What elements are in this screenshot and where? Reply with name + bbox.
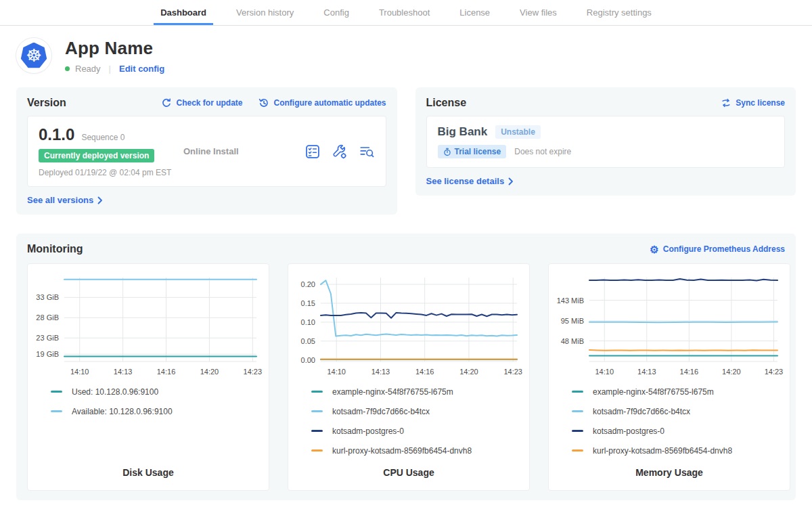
svg-text:0.00: 0.00	[301, 356, 315, 364]
svg-text:14:10: 14:10	[327, 368, 346, 376]
legend-dash-icon	[311, 410, 323, 412]
kubernetes-icon: ☸	[20, 43, 47, 69]
configure-prometheus-link[interactable]: ⚙ Configure Prometheus Address	[650, 244, 785, 255]
svg-text:48 MiB: 48 MiB	[561, 337, 584, 345]
legend-label: kotsadm-7f9dc7d66c-b4tcx	[332, 407, 430, 416]
legend-label: example-nginx-54f8f76755-l675m	[593, 387, 714, 397]
legend-label: kotsadm-postgres-0	[332, 426, 404, 436]
legend-item: kurl-proxy-kotsadm-8569fb6454-dnvh8	[311, 441, 524, 460]
svg-text:14:16: 14:16	[157, 368, 176, 376]
svg-text:14:20: 14:20	[200, 368, 219, 376]
legend-dash-icon	[572, 410, 583, 412]
license-summary: Big Bank Unstable Trial license Does not…	[426, 116, 786, 168]
legend-label: example-nginx-54f8f76755-l675m	[332, 387, 453, 397]
app-logo: ☸	[16, 38, 51, 73]
tab-troubleshoot[interactable]: Troubleshoot	[372, 0, 436, 25]
sync-license-link[interactable]: Sync license	[721, 97, 785, 108]
status-dot-icon	[65, 66, 70, 71]
tab-version-history[interactable]: Version history	[229, 0, 300, 25]
svg-text:14:16: 14:16	[680, 368, 699, 376]
svg-text:14:20: 14:20	[722, 368, 741, 376]
tab-registry-settings[interactable]: Registry settings	[580, 0, 658, 25]
legend-label: kotsadm-7f9dc7d66c-b4tcx	[593, 407, 690, 416]
view-logs-icon[interactable]	[359, 144, 375, 160]
chart-card-disk-usage: 14:1014:1314:1614:2014:2319 GiB23 GiB28 …	[27, 263, 269, 491]
app-header: ☸ App Name Ready | Edit config	[0, 26, 812, 79]
memory-usage-legend: example-nginx-54f8f76755-l675mkotsadm-7f…	[554, 382, 784, 460]
chevron-right-icon	[97, 196, 103, 204]
license-type-badge: Trial license	[438, 145, 507, 158]
deployed-badge: Currently deployed version	[39, 149, 154, 162]
deployed-timestamp: Deployed 01/19/22 @ 02:04 pm EST	[39, 168, 183, 177]
version-card: Version Check for update Configure au	[16, 87, 397, 215]
status-label: Ready	[75, 64, 101, 74]
sequence-label: Sequence 0	[81, 133, 125, 142]
customer-name: Big Bank	[438, 125, 488, 139]
schedule-update-icon	[258, 97, 269, 108]
cpu-usage-legend: example-nginx-54f8f76755-l675mkotsadm-7f…	[294, 382, 524, 460]
legend-item: kotsadm-7f9dc7d66c-b4tcx	[572, 401, 784, 421]
chart-title: CPU Usage	[294, 467, 524, 478]
legend-item: kotsadm-7f9dc7d66c-b4tcx	[311, 401, 524, 421]
chevron-right-icon	[508, 177, 514, 185]
stopwatch-icon	[443, 148, 451, 156]
svg-text:14:10: 14:10	[595, 368, 614, 376]
svg-text:28 GiB: 28 GiB	[36, 313, 59, 322]
monitoring-title: Monitoring	[27, 243, 83, 255]
tab-view-files[interactable]: View files	[513, 0, 564, 25]
legend-item: Available: 10.128.0.96:9100	[51, 401, 263, 421]
svg-text:14:20: 14:20	[459, 368, 478, 376]
tab-license[interactable]: License	[453, 0, 497, 25]
see-all-versions-link[interactable]: See all versions	[27, 195, 103, 205]
legend-label: kotsadm-postgres-0	[593, 426, 664, 436]
tab-dashboard[interactable]: Dashboard	[154, 0, 213, 25]
legend-dash-icon	[572, 391, 583, 393]
svg-text:19 GiB: 19 GiB	[36, 350, 59, 358]
svg-text:33 GiB: 33 GiB	[36, 293, 59, 301]
legend-dash-icon	[311, 391, 323, 393]
svg-text:14:23: 14:23	[503, 368, 522, 376]
legend-label: Available: 10.128.0.96:9100	[72, 407, 173, 416]
svg-text:143 MiB: 143 MiB	[557, 297, 584, 305]
legend-dash-icon	[311, 430, 323, 432]
chart-title: Disk Usage	[33, 467, 263, 478]
memory-usage-chart: 14:1014:1314:1614:2014:2348 MiB95 MiB143…	[554, 272, 784, 379]
legend-dash-icon	[572, 449, 583, 452]
chart-title: Memory Usage	[554, 467, 784, 478]
svg-text:14:13: 14:13	[371, 368, 390, 376]
check-for-update-link[interactable]: Check for update	[161, 97, 242, 108]
current-version-row: 0.1.0 Sequence 0 Currently deployed vers…	[27, 116, 386, 187]
svg-text:23 GiB: 23 GiB	[36, 334, 59, 342]
preflight-checks-icon[interactable]	[304, 144, 321, 160]
sync-icon	[721, 97, 731, 108]
expiry-label: Does not expire	[514, 147, 571, 156]
license-card-title: License	[426, 97, 467, 109]
legend-dash-icon	[51, 410, 62, 412]
svg-text:14:10: 14:10	[70, 368, 89, 376]
svg-text:14:23: 14:23	[765, 368, 784, 376]
top-nav: Dashboard Version history Config Trouble…	[0, 0, 812, 26]
legend-dash-icon	[51, 391, 62, 393]
gear-icon: ⚙	[650, 244, 658, 255]
legend-label: kurl-proxy-kotsadm-8569fb6454-dnvh8	[332, 446, 472, 456]
chart-card-memory-usage: 14:1014:1314:1614:2014:2348 MiB95 MiB143…	[548, 263, 790, 491]
config-values-icon[interactable]	[332, 144, 348, 160]
legend-item: kotsadm-postgres-0	[311, 421, 524, 441]
install-type-label: Online Install	[183, 146, 304, 156]
svg-text:0.05: 0.05	[301, 337, 315, 345]
legend-label: kurl-proxy-kotsadm-8569fb6454-dnvh8	[593, 446, 732, 456]
disk-usage-legend: Used: 10.128.0.96:9100Available: 10.128.…	[33, 382, 263, 421]
monitoring-section: Monitoring ⚙ Configure Prometheus Addres…	[16, 234, 796, 500]
cpu-usage-chart: 14:1014:1314:1614:2014:230.000.050.100.1…	[294, 272, 524, 379]
chart-card-cpu-usage: 14:1014:1314:1614:2014:230.000.050.100.1…	[288, 263, 530, 491]
channel-badge: Unstable	[495, 125, 541, 139]
edit-config-link[interactable]: Edit config	[119, 64, 164, 74]
version-number: 0.1.0	[39, 125, 74, 144]
svg-text:14:13: 14:13	[637, 368, 656, 376]
svg-text:0.10: 0.10	[301, 318, 315, 326]
configure-automatic-updates-link[interactable]: Configure automatic updates	[258, 97, 386, 108]
see-license-details-link[interactable]: See license details	[426, 176, 514, 186]
tab-config[interactable]: Config	[317, 0, 356, 25]
legend-item: example-nginx-54f8f76755-l675m	[572, 382, 784, 401]
legend-label: Used: 10.128.0.96:9100	[72, 387, 158, 397]
